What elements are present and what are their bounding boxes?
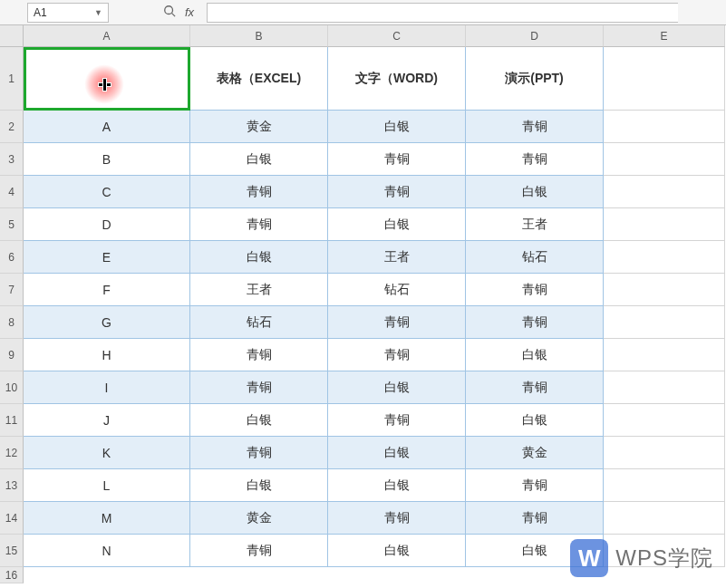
cell-C7[interactable]: 钻石 [328, 274, 466, 306]
cell-B13[interactable]: 白银 [190, 469, 328, 502]
cell-C9[interactable]: 青铜 [328, 339, 466, 371]
cell-B11[interactable]: 白银 [190, 404, 328, 437]
cell-A2[interactable]: A [24, 111, 190, 143]
cell-D10[interactable]: 青铜 [466, 371, 604, 404]
cell-A12[interactable]: K [24, 437, 190, 469]
cell-E9[interactable] [604, 339, 725, 371]
cell-B3[interactable]: 白银 [190, 143, 328, 176]
cell-A4[interactable]: C [24, 176, 190, 208]
cell-A6[interactable]: E [24, 241, 190, 274]
cell-A14[interactable]: M [24, 502, 190, 535]
cell-C13[interactable]: 白银 [328, 469, 466, 502]
row-header-15[interactable]: 15 [0, 535, 24, 567]
row-header-13[interactable]: 13 [0, 469, 24, 502]
row-header-12[interactable]: 12 [0, 437, 24, 469]
cell-E13[interactable] [604, 469, 725, 502]
cell-C1[interactable]: 文字（WORD) [328, 47, 466, 111]
row-header-4[interactable]: 4 [0, 176, 24, 208]
cell-E3[interactable] [604, 143, 725, 176]
formula-input[interactable] [207, 3, 678, 23]
cell-E10[interactable] [604, 371, 725, 404]
cell-D13[interactable]: 青铜 [466, 469, 604, 502]
cell-E4[interactable] [604, 176, 725, 208]
cell-D9[interactable]: 白银 [466, 339, 604, 371]
cell-B15[interactable]: 青铜 [190, 535, 328, 567]
cell-B4[interactable]: 青铜 [190, 176, 328, 208]
cell-B1[interactable]: 表格（EXCEL) [190, 47, 328, 111]
cell-A13[interactable]: L [24, 469, 190, 502]
cell-C12[interactable]: 白银 [328, 437, 466, 469]
cell-A7[interactable]: F [24, 274, 190, 306]
row-header-3[interactable]: 3 [0, 143, 24, 176]
cell-C3[interactable]: 青铜 [328, 143, 466, 176]
row-header-2[interactable]: 2 [0, 111, 24, 143]
cell-A9[interactable]: H [24, 339, 190, 371]
cell-B14[interactable]: 黄金 [190, 502, 328, 535]
data-rows: 表格（EXCEL) 文字（WORD) 演示(PPT) A黄金白银青铜B白银青铜青… [24, 47, 726, 567]
cell-D12[interactable]: 黄金 [466, 437, 604, 469]
cell-E2[interactable] [604, 111, 725, 143]
cell-E1[interactable] [604, 47, 725, 111]
cell-B10[interactable]: 青铜 [190, 371, 328, 404]
cell-C14[interactable]: 青铜 [328, 502, 466, 535]
cell-D1[interactable]: 演示(PPT) [466, 47, 604, 111]
cell-D6[interactable]: 钻石 [466, 241, 604, 274]
cell-D7[interactable]: 青铜 [466, 274, 604, 306]
cell-E14[interactable] [604, 502, 725, 535]
cell-B5[interactable]: 青铜 [190, 208, 328, 241]
col-header-e[interactable]: E [604, 25, 725, 47]
cell-E6[interactable] [604, 241, 725, 274]
cell-B8[interactable]: 钻石 [190, 306, 328, 339]
select-all-corner[interactable] [0, 25, 24, 47]
cell-B12[interactable]: 青铜 [190, 437, 328, 469]
row-header-5[interactable]: 5 [0, 208, 24, 241]
search-icon[interactable] [163, 5, 176, 20]
cell-D3[interactable]: 青铜 [466, 143, 604, 176]
col-header-b[interactable]: B [190, 25, 328, 47]
cell-B9[interactable]: 青铜 [190, 339, 328, 371]
cell-D11[interactable]: 白银 [466, 404, 604, 437]
cell-C4[interactable]: 青铜 [328, 176, 466, 208]
cell-A3[interactable]: B [24, 143, 190, 176]
row-header-11[interactable]: 11 [0, 404, 24, 437]
cell-C6[interactable]: 王者 [328, 241, 466, 274]
cell-E12[interactable] [604, 437, 725, 469]
row-header-6[interactable]: 6 [0, 241, 24, 274]
fx-label[interactable]: fx [185, 5, 194, 19]
row-header-8[interactable]: 8 [0, 306, 24, 339]
cell-D14[interactable]: 青铜 [466, 502, 604, 535]
cell-A8[interactable]: G [24, 306, 190, 339]
cell-C8[interactable]: 青铜 [328, 306, 466, 339]
cell-D8[interactable]: 青铜 [466, 306, 604, 339]
cell-D5[interactable]: 王者 [466, 208, 604, 241]
cell-C2[interactable]: 白银 [328, 111, 466, 143]
cell-E8[interactable] [604, 306, 725, 339]
cell-C10[interactable]: 白银 [328, 371, 466, 404]
cell-C11[interactable]: 青铜 [328, 404, 466, 437]
cell-B2[interactable]: 黄金 [190, 111, 328, 143]
cell-A5[interactable]: D [24, 208, 190, 241]
col-header-d[interactable]: D [466, 25, 604, 47]
row-header-16[interactable]: 16 [0, 567, 24, 583]
cell-C15[interactable]: 白银 [328, 535, 466, 567]
row-header-10[interactable]: 10 [0, 371, 24, 404]
cell-A10[interactable]: I [24, 371, 190, 404]
cell-C5[interactable]: 白银 [328, 208, 466, 241]
col-header-c[interactable]: C [328, 25, 466, 47]
cell-A11[interactable]: J [24, 404, 190, 437]
cell-E5[interactable] [604, 208, 725, 241]
cell-B6[interactable]: 白银 [190, 241, 328, 274]
cell-E7[interactable] [604, 274, 725, 306]
row-header-1[interactable]: 1 [0, 47, 24, 111]
row-header-9[interactable]: 9 [0, 339, 24, 371]
cell-D2[interactable]: 青铜 [466, 111, 604, 143]
name-box[interactable]: A1 ▼ [27, 3, 109, 23]
cell-D4[interactable]: 白银 [466, 176, 604, 208]
cell-B7[interactable]: 王者 [190, 274, 328, 306]
col-header-a[interactable]: A [24, 25, 190, 47]
cell-A15[interactable]: N [24, 535, 190, 567]
chevron-down-icon[interactable]: ▼ [94, 8, 102, 17]
row-header-14[interactable]: 14 [0, 502, 24, 535]
cell-E11[interactable] [604, 404, 725, 437]
row-header-7[interactable]: 7 [0, 274, 24, 306]
